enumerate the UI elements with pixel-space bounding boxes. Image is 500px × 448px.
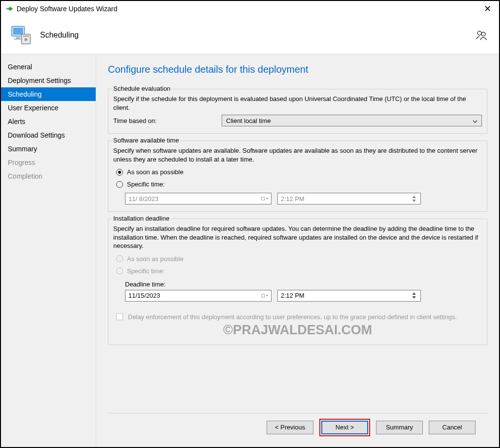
available-date-input[interactable]: 11/ 8/2023 [125,193,271,204]
delay-enforcement-checkbox: Delay enforcement of this deployment acc… [116,313,482,321]
software-available-legend: Software available time [111,137,181,144]
watermark-text: ©PRAJWALDESAI.COM [113,323,482,338]
wizard-step-title: Scheduling [40,31,79,40]
next-button[interactable]: Next > [321,421,368,434]
cancel-button[interactable]: Cancel [429,421,476,434]
available-time-value: 2:12 PM [281,195,304,203]
deadline-time-value: 2:12 PM [281,292,304,299]
wizard-content: Configure schedule details for this depl… [96,54,499,447]
deadline-date-value: 11/15/2023 [128,292,160,299]
svg-rect-2 [16,37,20,39]
nav-alerts[interactable]: Alerts [1,115,96,128]
calendar-dropdown-icon [261,293,268,298]
svg-point-8 [481,32,485,36]
checkbox-icon [116,313,123,320]
nav-user-experience[interactable]: User Experience [1,101,96,115]
deadline-specific-radio: Specific time: [116,267,482,275]
chevron-down-icon [473,118,478,123]
software-available-group: Software available time Specify when sof… [108,141,487,212]
spinner-icon [411,195,417,203]
available-asap-radio[interactable]: As soon as possible [116,168,482,176]
delay-enforcement-label: Delay enforcement of this deployment acc… [128,313,457,321]
nav-completion: Completion [1,169,96,183]
deadline-asap-label: As soon as possible [127,255,184,263]
available-time-input[interactable]: 2:12 PM [277,193,421,204]
time-based-on-label: Time based on: [113,117,222,124]
available-specific-radio[interactable]: Specific time: [116,181,482,188]
next-button-highlight: Next > [319,419,370,436]
nav-general[interactable]: General [1,60,96,74]
schedule-evaluation-legend: Schedule evaluation [111,85,172,92]
deadline-time-label: Deadline time: [125,281,482,288]
time-based-on-value: Client local time [226,117,271,124]
installation-deadline-desc: Specify an installation deadline for req… [113,224,482,250]
nav-deployment-settings[interactable]: Deployment Settings [1,74,96,87]
wizard-body: General Deployment Settings Scheduling U… [1,54,499,447]
feedback-icon[interactable] [476,29,487,41]
summary-button[interactable]: Summary [376,421,423,434]
schedule-evaluation-desc: Specify if the schedule for this deploym… [113,95,482,112]
previous-button[interactable]: < Previous [267,421,313,434]
close-button[interactable]: ✕ [480,2,495,15]
svg-rect-10 [262,294,265,297]
time-based-on-dropdown[interactable]: Client local time [222,115,482,126]
svg-rect-5 [23,36,29,37]
software-available-desc: Specify when software updates are availa… [113,146,482,163]
installation-deadline-group: Installation deadline Specify an install… [108,219,487,345]
window-title: Deploy Software Updates Wizard [17,5,117,13]
deadline-asap-radio: As soon as possible [116,255,482,263]
wizard-window: Deploy Software Updates Wizard ✕ Schedul… [0,0,500,448]
available-date-value: 11/ 8/2023 [128,195,158,203]
nav-summary[interactable]: Summary [1,142,96,156]
schedule-evaluation-group: Schedule evaluation Specify if the sched… [108,89,487,134]
calendar-dropdown-icon [261,196,268,201]
nav-scheduling[interactable]: Scheduling [1,87,96,101]
deadline-specific-label: Specific time: [127,267,165,275]
page-title: Configure schedule details for this depl… [108,64,487,75]
available-specific-label: Specific time: [127,181,165,188]
wizard-header: Scheduling [1,17,499,54]
wizard-sidebar: General Deployment Settings Scheduling U… [1,54,96,447]
computer-icon [9,23,32,47]
svg-point-6 [24,38,27,41]
nav-progress: Progress [1,156,96,169]
deadline-time-input[interactable]: 2:12 PM [277,290,421,302]
svg-rect-1 [13,28,23,35]
button-bar: < Previous Next > Summary Cancel [108,413,487,441]
arrow-icon [5,4,14,13]
nav-download-settings[interactable]: Download Settings [1,128,96,142]
installation-deadline-legend: Installation deadline [111,215,171,222]
svg-point-7 [478,31,481,35]
svg-rect-9 [262,197,265,200]
title-bar: Deploy Software Updates Wizard ✕ [1,1,499,17]
deadline-date-input[interactable]: 11/15/2023 [125,290,271,302]
spinner-icon [411,292,417,300]
available-asap-label: As soon as possible [127,168,184,176]
